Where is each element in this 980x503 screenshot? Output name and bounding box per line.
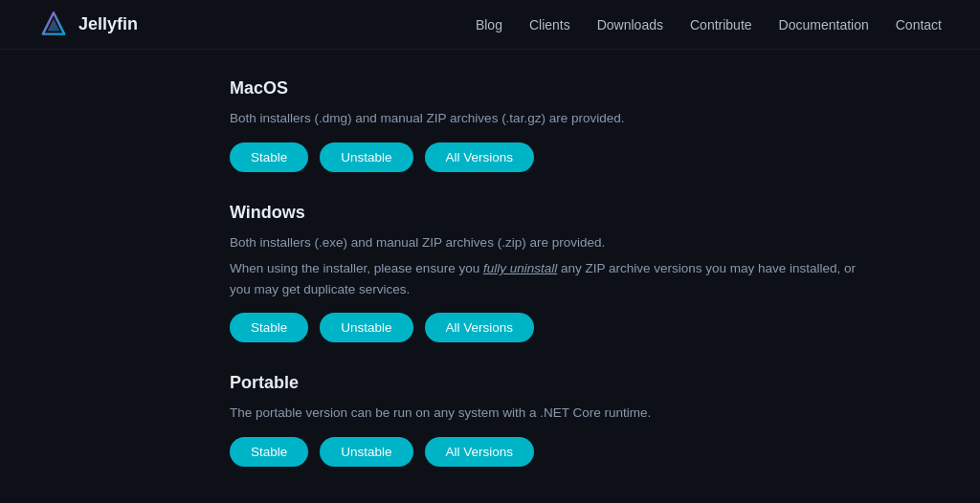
nav-link-downloads[interactable]: Downloads [597,17,663,33]
section-desc-portable-0: The portable version can be run on any s… [230,403,861,424]
section-windows: Windows Both installers (.exe) and manua… [230,203,861,343]
nav-links: Blog Clients Downloads Contribute Docume… [476,17,942,33]
jellyfin-logo-icon [38,10,69,40]
section-title-portable: Portable [230,373,861,393]
macos-stable-button[interactable]: Stable [230,142,308,172]
windows-all-versions-button[interactable]: All Versions [425,313,535,342]
section-desc-windows-1: When using the installer, please ensure … [230,258,861,299]
macos-all-versions-button[interactable]: All Versions [425,142,535,172]
windows-stable-button[interactable]: Stable [230,313,308,342]
brand: Jellyfin [38,10,138,40]
main-content: MacOS Both installers (.dmg) and manual … [0,50,861,503]
button-group-windows: Stable Unstable All Versions [230,313,861,342]
nav-link-contribute[interactable]: Contribute [690,17,752,33]
portable-unstable-button[interactable]: Unstable [320,437,412,467]
section-macos: MacOS Both installers (.dmg) and manual … [230,78,861,172]
section-title-windows: Windows [230,203,861,223]
nav-link-blog[interactable]: Blog [476,17,502,33]
macos-unstable-button[interactable]: Unstable [320,142,412,172]
section-portable: Portable The portable version can be run… [230,373,861,467]
nav-link-contact[interactable]: Contact [896,17,942,33]
section-desc-windows-0: Both installers (.exe) and manual ZIP ar… [230,232,861,253]
portable-all-versions-button[interactable]: All Versions [425,437,535,467]
section-desc-macos-0: Both installers (.dmg) and manual ZIP ar… [230,108,861,129]
button-group-portable: Stable Unstable All Versions [230,437,861,467]
section-title-macos: MacOS [230,78,861,98]
nav-link-clients[interactable]: Clients [529,17,570,33]
portable-stable-button[interactable]: Stable [230,437,308,467]
brand-name: Jellyfin [78,14,138,34]
nav-link-documentation[interactable]: Documentation [779,17,869,33]
button-group-macos: Stable Unstable All Versions [230,142,861,172]
emphasis-fully-uninstall: fully uninstall [483,261,557,275]
windows-unstable-button[interactable]: Unstable [320,313,412,342]
navbar: Jellyfin Blog Clients Downloads Contribu… [0,0,980,50]
